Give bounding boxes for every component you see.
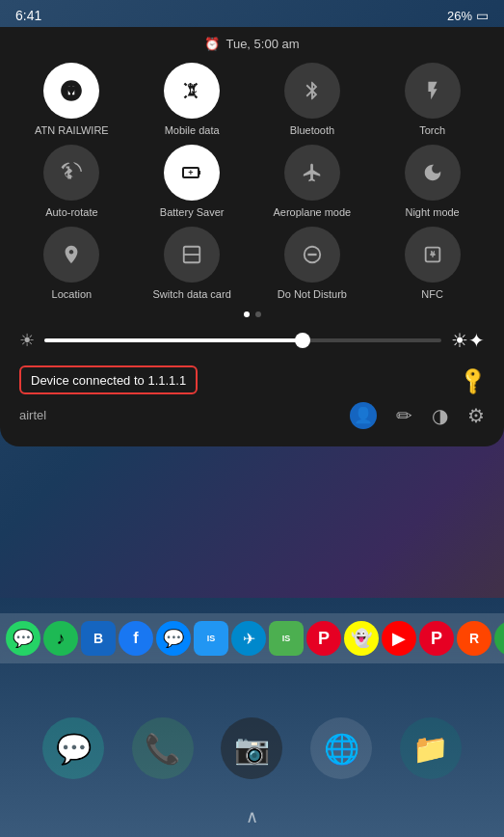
tile-bluetooth-icon <box>284 63 340 119</box>
nav-bar: ∧ <box>0 806 504 827</box>
dock-app-pin[interactable]: P <box>306 621 341 656</box>
dock-app-is2[interactable]: IS <box>269 621 304 656</box>
brightness-row: ☀ ☀✦ <box>12 329 492 362</box>
edit-icon[interactable]: ✏ <box>396 404 412 427</box>
svg-rect-3 <box>199 171 200 175</box>
dock-app-fb[interactable]: f <box>119 621 153 656</box>
tile-atn[interactable]: ATN RAILWIRE <box>15 63 128 137</box>
settings-icon[interactable]: ⚙ <box>467 404 485 427</box>
tile-nfc-label: NFC <box>421 288 443 301</box>
tile-atn-label: ATN RAILWIRE <box>35 124 109 137</box>
tile-night-icon <box>405 145 461 201</box>
theme-icon[interactable]: ◑ <box>432 404 448 427</box>
tile-location-label: Location <box>52 288 93 301</box>
dock-app-r[interactable]: R <box>457 621 491 656</box>
dot-2 <box>255 311 261 317</box>
alarm-icon: ⏰ <box>204 37 220 51</box>
tile-torch-icon <box>405 63 461 119</box>
dot-1 <box>244 311 250 317</box>
brightness-fill <box>44 338 303 342</box>
vpn-text: Device connected to 1.1.1.1 <box>31 373 186 388</box>
datetime-row: ⏰ Tue, 5:00 am <box>12 27 492 63</box>
datetime-text: Tue, 5:00 am <box>225 37 299 51</box>
tile-dnd[interactable]: Do Not Disturb <box>256 227 369 301</box>
tile-aeroplane-label: Aeroplane mode <box>274 206 352 219</box>
battery-icon: ▭ <box>476 8 489 23</box>
page-dots <box>12 302 492 329</box>
tile-switch-icon <box>164 227 220 283</box>
bottom-row: airtel 👤 ✏ ◑ ⚙ <box>12 400 492 433</box>
tile-torch[interactable]: Torch <box>376 63 489 137</box>
tile-nfc[interactable]: N NFC <box>376 227 489 301</box>
bottom-icons: 👤 ✏ ◑ ⚙ <box>350 402 485 429</box>
brightness-high-icon: ☀✦ <box>451 329 485 352</box>
svg-text:+: + <box>188 168 193 177</box>
tile-auto-rotate[interactable]: Auto-rotate <box>15 145 128 219</box>
time: 6:41 <box>15 8 41 23</box>
svg-text:⇅: ⇅ <box>187 81 198 95</box>
tile-auto-rotate-label: Auto-rotate <box>45 206 97 219</box>
tile-aeroplane-icon <box>284 145 340 201</box>
dock-app-is1[interactable]: IS <box>194 621 228 656</box>
tile-location-icon <box>43 227 99 283</box>
tile-mobile-label: Mobile data <box>165 124 220 137</box>
tile-atn-icon <box>43 63 99 119</box>
dock-app-a[interactable]: A <box>494 621 504 656</box>
brightness-low-icon: ☀ <box>19 330 35 351</box>
home-app-phone[interactable]: 📞 <box>132 717 194 779</box>
status-right: 26% ▭ <box>447 8 489 23</box>
tile-night-mode[interactable]: Night mode <box>376 145 489 219</box>
svg-text:N: N <box>430 250 435 256</box>
tile-battery-label: Battery Saver <box>160 206 225 219</box>
tile-bluetooth[interactable]: Bluetooth <box>256 63 369 137</box>
app-dock: 💬 ♪ B f 💬 IS ✈ IS P 👻 ▶ P R A ● <box>0 613 504 663</box>
dock-app-yt[interactable]: ▶ <box>382 621 416 656</box>
dock-app-tg[interactable]: ✈ <box>231 621 266 656</box>
vpn-row: Device connected to 1.1.1.1 🔑 <box>12 362 492 400</box>
dock-app-p2[interactable]: P <box>419 621 454 656</box>
tile-auto-rotate-icon <box>43 145 99 201</box>
tile-nfc-icon: N <box>405 227 461 283</box>
tile-mobile-icon: ⇅ <box>164 63 220 119</box>
home-app-files[interactable]: 📁 <box>400 717 462 779</box>
avatar-icon[interactable]: 👤 <box>350 402 377 429</box>
home-app-messages[interactable]: 💬 <box>42 717 104 779</box>
tile-switch-data[interactable]: Switch data card <box>136 227 249 301</box>
dock-app-snap[interactable]: 👻 <box>344 621 379 656</box>
brightness-thumb[interactable] <box>295 333 310 348</box>
tile-switch-label: Switch data card <box>152 288 230 301</box>
vpn-key-icon[interactable]: 🔑 <box>456 363 490 396</box>
tile-torch-label: Torch <box>419 124 445 137</box>
nav-up-arrow[interactable]: ∧ <box>246 806 258 827</box>
tile-night-label: Night mode <box>405 206 459 219</box>
dock-app-whatsapp[interactable]: 💬 <box>6 621 40 656</box>
dock-app-mess[interactable]: 💬 <box>156 621 191 656</box>
brightness-slider[interactable] <box>44 338 441 342</box>
vpn-info-box[interactable]: Device connected to 1.1.1.1 <box>19 365 198 394</box>
status-bar: 6:41 26% ▭ <box>0 0 504 27</box>
dock-app-b[interactable]: B <box>81 621 116 656</box>
home-app-chrome[interactable]: 🌐 <box>310 717 372 779</box>
dock-app-spotify[interactable]: ♪ <box>43 621 78 656</box>
tile-battery-saver[interactable]: + Battery Saver <box>136 145 249 219</box>
carrier-text: airtel <box>19 408 46 422</box>
battery-text: 26% <box>447 9 472 23</box>
tile-location[interactable]: Location <box>15 227 128 301</box>
home-apps: 💬 📞 📷 🌐 📁 <box>0 717 504 779</box>
home-app-camera[interactable]: 📷 <box>221 717 282 779</box>
tile-dnd-label: Do Not Disturb <box>278 288 347 301</box>
tile-battery-icon: + <box>164 145 220 201</box>
tile-dnd-icon <box>284 227 340 283</box>
tile-aeroplane[interactable]: Aeroplane mode <box>256 145 369 219</box>
tile-bluetooth-label: Bluetooth <box>290 124 334 137</box>
quick-settings-panel: ⏰ Tue, 5:00 am ATN RAILWIRE ⇅ Mobile dat… <box>0 27 504 446</box>
tile-mobile-data[interactable]: ⇅ Mobile data <box>136 63 249 137</box>
tiles-grid: ATN RAILWIRE ⇅ Mobile data Bluetooth Tor… <box>12 63 492 302</box>
